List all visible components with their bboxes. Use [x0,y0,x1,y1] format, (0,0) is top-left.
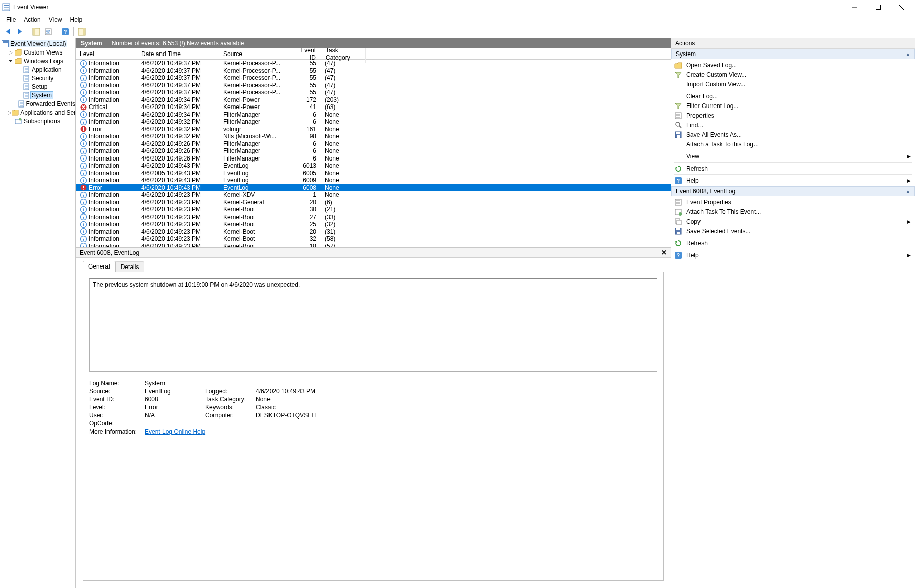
menu-action[interactable]: Action [20,15,44,24]
action-event-properties[interactable]: Event Properties [671,197,915,207]
table-row[interactable]: iInformation4/6/2020 10:49:37 PMKernel-P… [76,60,671,67]
table-row[interactable]: iInformation4/6/2020 10:49:43 PMEventLog… [76,177,671,184]
show-hide-tree-button[interactable] [31,26,42,37]
tree-subscriptions[interactable]: Subscriptions [0,117,75,125]
maximize-button[interactable] [867,0,890,14]
action-find[interactable]: Find... [671,120,915,130]
action-open-saved-log[interactable]: Open Saved Log... [671,60,915,70]
detail-title: Event 6008, EventLog [80,249,139,256]
table-row[interactable]: Error4/6/2020 10:49:32 PMvolmgr161None [76,126,671,133]
error-icon [80,184,87,191]
svg-rect-5 [876,5,881,9]
svg-text:?: ? [677,178,680,184]
table-row[interactable]: iInformation4/6/2020 10:49:34 PMKernel-P… [76,96,671,104]
online-help-link[interactable]: Event Log Online Help [145,428,205,435]
action-view[interactable]: View▶ [671,151,915,161]
col-date[interactable]: Date and Time [137,49,219,59]
info-icon: i [80,60,87,67]
menu-help[interactable]: Help [66,15,87,24]
menu-file[interactable]: File [2,15,20,24]
tree-custom-views[interactable]: ▷ Custom Views [0,48,75,57]
folder-icon [14,57,22,65]
table-row[interactable]: iInformation4/6/2020 10:49:26 PMFilterMa… [76,140,671,148]
table-row[interactable]: iInformation4/6/2020 10:49:23 PMKernel-B… [76,206,671,213]
action-help[interactable]: ?Help▶ [671,250,915,260]
table-row[interactable]: iInformation4/6/2020 10:49:37 PMKernel-P… [76,82,671,89]
tree-root[interactable]: Event Viewer (Local) [0,39,75,48]
table-row[interactable]: Critical4/6/2020 10:49:34 PMKernel-Power… [76,103,671,111]
table-row[interactable]: iInformation4/6/2020 10:49:23 PMKernel-B… [76,228,671,236]
tab-details[interactable]: Details [115,261,145,272]
action-save-all-events-as[interactable]: Save All Events As... [671,130,915,139]
table-row[interactable]: iInformation4/6/2020 10:49:37 PMKernel-P… [76,67,671,75]
chevron-right-icon[interactable]: ▷ [7,110,12,115]
chevron-right-icon: ▶ [907,219,911,224]
help-icon: ? [674,251,682,259]
events-grid[interactable]: Level Date and Time Source Event ID Task… [76,48,671,247]
action-copy[interactable]: Copy▶ [671,217,915,226]
actions-group-event[interactable]: Event 6008, EventLog ▲ [671,186,915,196]
info-icon: i [80,206,87,213]
help-toolbar-button[interactable]: ? [60,26,71,37]
action-filter-current-log[interactable]: Filter Current Log... [671,101,915,111]
action-save-selected-events[interactable]: Save Selected Events... [671,226,915,236]
table-row[interactable]: iInformation4/6/2005 10:49:43 PMEventLog… [76,170,671,177]
close-detail-button[interactable]: ✕ [661,249,667,256]
table-row[interactable]: iInformation4/6/2020 10:49:26 PMFilterMa… [76,155,671,163]
close-button[interactable] [890,0,913,14]
back-button[interactable] [2,26,13,37]
chevron-right-icon[interactable]: ▷ [7,49,14,55]
info-icon: i [80,199,87,206]
table-row[interactable]: iInformation4/6/2020 10:49:32 PMFilterMa… [76,118,671,126]
table-row[interactable]: iInformation4/6/2020 10:49:37 PMKernel-P… [76,89,671,96]
show-hide-action-pane-button[interactable] [76,26,87,37]
info-icon: i [80,140,87,147]
info-icon: i [80,170,87,177]
col-source[interactable]: Source [219,49,291,59]
action-create-custom-view[interactable]: Create Custom View... [671,70,915,79]
table-row[interactable]: iInformation4/6/2020 10:49:23 PMKernel-B… [76,243,671,248]
tree-applications-services[interactable]: ▷ Applications and Services Logs [0,108,75,117]
action-import-custom-view[interactable]: Import Custom View... [671,79,915,89]
table-row[interactable]: iInformation4/6/2020 10:49:23 PMKernel-X… [76,191,671,199]
menu-view[interactable]: View [45,15,66,24]
tab-general[interactable]: General [83,261,116,272]
action-help[interactable]: ?Help▶ [671,176,915,185]
table-row[interactable]: iInformation4/6/2020 10:49:23 PMKernel-B… [76,221,671,228]
tree-forwarded-events[interactable]: Forwarded Events [0,99,75,108]
chevron-down-icon[interactable]: ⏷ [7,58,14,64]
action-refresh[interactable]: Refresh [671,164,915,173]
table-row[interactable]: iInformation4/6/2020 10:49:23 PMKernel-B… [76,213,671,221]
forward-button[interactable] [14,26,25,37]
table-row[interactable]: iInformation4/6/2020 10:49:23 PMKernel-B… [76,235,671,243]
subscriptions-icon [14,117,22,125]
info-icon: i [80,213,87,221]
tree-setup[interactable]: Setup [0,82,75,91]
tree-security[interactable]: Security [0,74,75,82]
export-list-button[interactable] [43,26,54,37]
minimize-button[interactable] [843,0,867,14]
table-row[interactable]: iInformation4/6/2020 10:49:43 PMEventLog… [76,162,671,170]
action-attach-task-to-this-event[interactable]: Attach Task To This Event... [671,207,915,217]
action-clear-log[interactable]: Clear Log... [671,91,915,101]
col-taskcat[interactable]: Task Category [320,48,366,63]
col-eventid[interactable]: Event ID [291,48,320,63]
table-row[interactable]: iInformation4/6/2020 10:49:34 PMFilterMa… [76,111,671,119]
table-row[interactable]: iInformation4/6/2020 10:49:32 PMNtfs (Mi… [76,133,671,140]
table-row[interactable]: Error4/6/2020 10:49:43 PMEventLog6008Non… [76,184,671,192]
tree-application[interactable]: Application [0,65,75,74]
svg-rect-18 [3,41,8,43]
tree-windows-logs[interactable]: ⏷ Windows Logs [0,57,75,65]
log-icon [22,74,30,82]
table-row[interactable]: iInformation4/6/2020 10:49:37 PMKernel-P… [76,74,671,82]
table-row[interactable]: iInformation4/6/2020 10:49:26 PMFilterMa… [76,147,671,155]
action-properties[interactable]: Properties [671,111,915,120]
tree-system[interactable]: System [0,91,75,99]
col-level[interactable]: Level [76,49,137,59]
actions-group-system[interactable]: System ▲ [671,49,915,59]
action-refresh[interactable]: Refresh [671,238,915,248]
action-attach-a-task-to-this-log[interactable]: Attach a Task To this Log... [671,139,915,149]
log-icon [22,91,30,99]
table-row[interactable]: iInformation4/6/2020 10:49:23 PMKernel-G… [76,199,671,206]
detail-header: Event 6008, EventLog ✕ [76,248,671,258]
